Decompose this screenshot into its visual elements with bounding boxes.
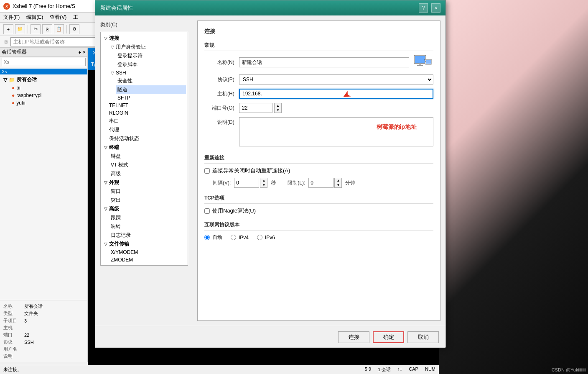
tree-keyboard[interactable]: 键盘 (109, 152, 186, 161)
tree-advanced-parent[interactable]: ▽ 高级 (102, 205, 186, 213)
tree-file-transfer-parent[interactable]: ▽ 文件传输 (102, 240, 186, 248)
interval-spinner-up[interactable]: ▲ (260, 178, 267, 183)
status-position: 5,9 (365, 366, 371, 373)
toolbar-new-btn[interactable]: + (3, 24, 13, 34)
expand-ssh-icon: ▽ (111, 71, 114, 75)
tree-bell[interactable]: 响铃 (109, 222, 186, 231)
tree-user-auth-children: 登录提示符 登录脚本 (109, 51, 186, 69)
port-input[interactable] (239, 103, 272, 113)
ok-button[interactable]: 确定 (373, 331, 404, 343)
protocol-select[interactable]: SSH TELNET RLOGIN 串口 SFTP (239, 74, 433, 85)
session-tree-root[interactable]: ▽ 📁 所有会话 (0, 75, 87, 84)
svg-rect-3 (417, 65, 423, 66)
limit-spinner-up[interactable]: ▲ (335, 178, 341, 183)
tree-highlight[interactable]: 突出 (109, 196, 186, 205)
toolbar-settings-btn[interactable]: ⚙ (69, 24, 79, 34)
tree-login-prompt[interactable]: 登录提示符 (116, 51, 186, 60)
dialog-help-btn[interactable]: ? (419, 3, 428, 13)
inet-ipv6-item: IPv6 (257, 235, 275, 241)
session-tree-root-label: 所有会话 (17, 76, 37, 83)
prop-children-row: 子项目 3 (3, 317, 85, 324)
tree-xymodem[interactable]: X/YMODEM (109, 248, 186, 256)
session-tree: Xs ▽ 📁 所有会话 ● pi ● raspberrypi (0, 67, 87, 300)
tree-window[interactable]: 窗口 (109, 187, 186, 196)
session-panel-header: 会话管理器 ♦ × (0, 48, 87, 57)
menu-edit[interactable]: 编辑(E) (26, 14, 43, 21)
tree-ssh-parent[interactable]: ▽ SSH (109, 69, 186, 77)
toolbar-copy-btn[interactable]: ⎘ (42, 24, 52, 34)
interval-spinner: ▲ ▼ (260, 178, 267, 188)
toolbar-sep2 (66, 25, 67, 33)
tree-trace[interactable]: 跟踪 (109, 213, 186, 222)
tree-connection-parent[interactable]: ▽ 连接 (102, 34, 186, 43)
tree-vt-mode[interactable]: VT 模式 (109, 161, 186, 169)
inet-radio-row: 自动 IPv4 IPv6 (204, 234, 433, 241)
statusbar-right: 5,9 1 会话 ↑↓ CAP NUM (365, 366, 435, 373)
tree-advanced[interactable]: 高级 (109, 169, 186, 178)
nagle-checkbox[interactable] (204, 208, 210, 214)
toolbar-cut-btn[interactable]: ✂ (31, 24, 41, 34)
host-input[interactable] (239, 89, 433, 99)
dialog-close-btn[interactable]: × (431, 3, 440, 13)
tree-ssh-label: SSH (116, 70, 126, 76)
cancel-button[interactable]: 取消 (407, 331, 439, 343)
status-arrows: ↑↓ (397, 366, 402, 373)
session-props-table: 名称 所有会话 类型 文件夹 子项目 3 主机 (3, 303, 85, 360)
session-panel-pin[interactable]: ♦ (79, 49, 81, 55)
dialog-titlebar: 新建会话属性 ? × (95, 0, 445, 15)
new-session-dialog: 新建会话属性 ? × 类别(C): ▽ 连接 (95, 0, 446, 347)
expand-terminal-icon: ▽ (104, 145, 107, 150)
tree-login-script[interactable]: 登录脚本 (116, 60, 186, 69)
auto-reconnect-checkbox[interactable] (204, 168, 210, 174)
tree-security[interactable]: 安全性 (116, 77, 186, 85)
xshell-title: Xshell 7 (Free for Home/S (13, 3, 75, 9)
tree-zmodem[interactable]: ZMODEM (109, 256, 186, 264)
csdn-watermark: CSDN @Yukiiiiiiii (552, 367, 586, 372)
port-spinner-up[interactable]: ▲ (275, 103, 281, 108)
tree-appearance-label: 外观 (109, 179, 119, 186)
limit-input[interactable] (308, 178, 333, 188)
toolbar-folder-btn[interactable]: 📁 (15, 24, 25, 34)
form-host-label: 主机(H): (204, 90, 236, 97)
limit-spinner-container: ▲ ▼ (308, 178, 342, 188)
interval-spinner-down[interactable]: ▼ (260, 183, 267, 187)
tree-sftp[interactable]: SFTP (116, 94, 186, 102)
tree-logging[interactable]: 日志记录 (109, 231, 186, 240)
tree-proxy[interactable]: 代理 (109, 126, 186, 134)
interval-input[interactable] (234, 178, 259, 188)
menu-more[interactable]: 工 (73, 14, 78, 21)
name-input[interactable] (239, 57, 409, 67)
session-item-yuki[interactable]: ● yuki (8, 99, 87, 107)
connect-button[interactable]: 连接 (338, 331, 369, 343)
tree-file-transfer: ▽ 文件传输 X/YMODEM ZMODEM (102, 240, 186, 264)
tree-user-auth-parent[interactable]: ▽ 用户身份验证 (109, 43, 186, 51)
tree-rlogin[interactable]: RLOGIN (109, 109, 186, 117)
dialog-titlebar-buttons: ? × (419, 3, 440, 13)
session-search-input[interactable] (2, 58, 86, 66)
toolbar-paste-btn[interactable]: 📋 (54, 24, 64, 34)
toolbar-sep1 (28, 25, 28, 33)
inet-ipv4-radio[interactable] (231, 235, 236, 240)
tree-terminal-label: 终端 (109, 144, 119, 151)
session-item-pi[interactable]: ● pi (8, 84, 87, 92)
limit-spinner-down[interactable]: ▼ (335, 183, 341, 187)
session-panel-close[interactable]: × (83, 49, 86, 55)
tree-appearance-parent[interactable]: ▽ 外观 (102, 178, 186, 187)
tree-telnet[interactable]: TELNET (109, 102, 186, 109)
expand-advanced-icon: ▽ (104, 207, 107, 211)
session-item-raspberrypi[interactable]: ● raspberrypi (8, 92, 87, 99)
background-anime (438, 0, 588, 374)
inet-ipv6-radio[interactable] (257, 235, 262, 240)
tree-keepalive[interactable]: 保持活动状态 (109, 134, 186, 143)
port-spinner-down[interactable]: ▼ (275, 108, 281, 113)
prop-username-label: 用户名 (3, 346, 23, 353)
menu-view[interactable]: 查看(V) (50, 14, 66, 21)
session-icon-yuki: ● (12, 100, 15, 106)
tree-terminal-parent[interactable]: ▽ 终端 (102, 143, 186, 152)
inet-auto-radio[interactable] (204, 235, 210, 240)
inet-auto-item: 自动 (204, 234, 222, 241)
description-textarea[interactable] (239, 117, 433, 146)
tree-tunnel[interactable]: 隧道 (116, 85, 186, 94)
menu-file[interactable]: 文件(F) (3, 14, 20, 21)
tree-serial[interactable]: 串口 (109, 117, 186, 126)
